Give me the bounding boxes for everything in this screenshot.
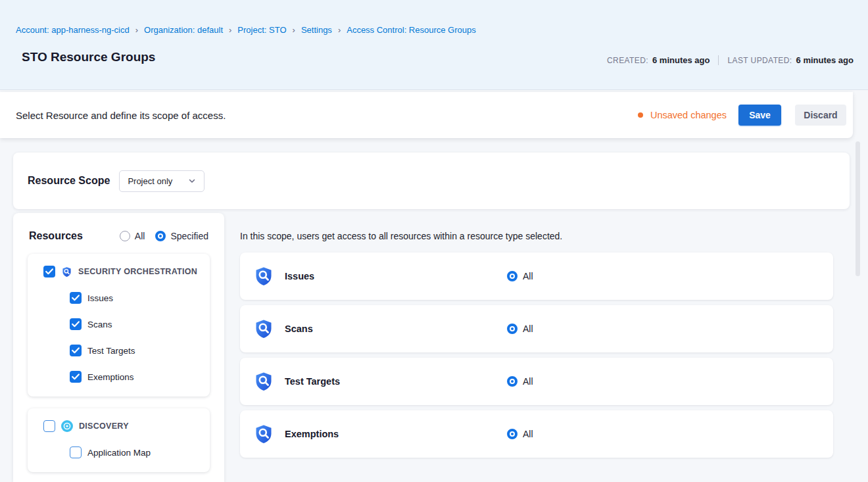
item-checkbox[interactable] [70,371,82,383]
radio-all-icon[interactable] [507,376,518,387]
item-label: Test Targets [87,346,135,356]
resource-access-radio-group: All [507,429,533,439]
access-all-label: All [523,429,533,439]
radio-option-specified[interactable]: Specified [155,231,208,241]
vertical-scrollbar[interactable] [856,141,860,276]
radio-all-icon[interactable] [507,271,518,281]
resource-access-card: Test Targets All [240,358,833,405]
discard-button[interactable]: Discard [795,105,846,126]
access-all-label: All [523,324,533,334]
resource-card-label: Issues [285,271,507,281]
toolbar-description: Select Resource and define its scope of … [16,110,226,121]
resource-type-item[interactable]: Issues [70,292,201,304]
created-label: CREATED: [607,56,648,65]
access-all-label: All [523,271,533,281]
created-updated-meta: CREATED: 6 minutes ago LAST UPDATED: 6 m… [607,55,854,65]
unsaved-changes-dot-icon [638,112,643,118]
sto-shield-icon [253,318,274,339]
breadcrumb-link[interactable]: Access Control: Resource Groups [347,25,476,35]
breadcrumb-separator-icon: › [229,25,231,35]
group-name-label: SECURITY ORCHESTRATION [78,267,197,276]
resource-scope-label: Resource Scope [28,175,110,187]
item-label: Issues [87,293,113,303]
sto-shield-icon [253,423,274,445]
resources-title: Resources [29,230,83,242]
resource-cards-list: Issues All Scans All Test Targ [240,253,833,463]
resource-scope-dropdown-value: Project only [128,176,172,186]
radio-specified-icon[interactable] [155,231,166,241]
resource-card-label: Exemptions [285,429,507,439]
resource-scope-card: Resource Scope Project only [13,153,850,209]
group-checkbox[interactable] [43,420,55,432]
access-all-label: All [523,376,533,387]
radio-specified-label: Specified [170,231,208,241]
radio-all-label: All [135,231,145,241]
save-button[interactable]: Save [738,105,781,126]
resources-mode-radio-group: All Specified [109,231,208,241]
resource-type-item[interactable]: Scans [70,318,201,330]
last-updated-value: 6 minutes ago [796,55,854,65]
resource-scope-dropdown[interactable]: Project only [119,170,205,192]
resource-group-card: SECURITY ORCHESTRATION Issues Scans Test… [28,254,210,397]
breadcrumb: Account: app-harness-ng-cicd›Organizatio… [16,25,476,35]
breadcrumb-link[interactable]: Settings [301,25,332,35]
radio-option-all[interactable]: All [120,231,145,241]
toolbar: Select Resource and define its scope of … [0,92,853,138]
breadcrumb-link[interactable]: Project: STO [237,25,286,35]
radio-all-icon[interactable] [507,429,518,439]
item-checkbox[interactable] [70,345,82,356]
resource-type-item[interactable]: Exemptions [70,371,201,383]
breadcrumb-separator-icon: › [338,25,341,35]
item-checkbox[interactable] [70,318,82,330]
sto-shield-icon [253,371,274,392]
resource-access-card: Exemptions All [240,410,833,458]
resource-access-radio-group: All [507,271,533,281]
breadcrumb-link[interactable]: Account: app-harness-ng-cicd [16,25,130,35]
resource-access-card: Issues All [240,253,833,300]
created-value: 6 minutes ago [652,55,710,65]
radio-all-icon[interactable] [120,231,130,241]
resource-access-radio-group: All [507,376,533,387]
resources-panel: Resources All Specified [13,213,224,482]
resource-type-item[interactable]: Application Map [70,446,201,458]
breadcrumb-link[interactable]: Organization: default [144,25,223,35]
resource-group-card: DISCOVERY Application Map [28,408,210,472]
breadcrumb-separator-icon: › [293,25,295,35]
sto-shield-icon [253,266,274,287]
item-checkbox[interactable] [70,446,82,458]
chevron-down-icon [188,177,196,185]
item-label: Scans [87,320,112,329]
group-checkbox[interactable] [43,266,55,277]
item-label: Exemptions [87,372,134,382]
sto-shield-icon [61,266,72,277]
resource-card-label: Scans [285,324,507,334]
unsaved-changes-label: Unsaved changes [650,110,727,120]
breadcrumb-separator-icon: › [135,25,138,35]
page-header: Account: app-harness-ng-cicd›Organizatio… [0,0,868,90]
item-checkbox[interactable] [70,292,82,304]
discovery-radar-icon [61,420,73,432]
resource-access-radio-group: All [507,324,533,334]
meta-divider [718,55,719,65]
item-label: Application Map [87,448,151,458]
page-title: STO Resource Groups [22,50,155,64]
radio-all-icon[interactable] [507,324,518,334]
resource-access-card: Scans All [240,305,833,352]
scope-instruction-text: In this scope, users get access to all r… [240,231,562,241]
group-name-label: DISCOVERY [79,422,129,431]
resource-type-item[interactable]: Test Targets [70,345,201,356]
resource-card-label: Test Targets [285,376,507,387]
last-updated-label: LAST UPDATED: [727,56,792,65]
